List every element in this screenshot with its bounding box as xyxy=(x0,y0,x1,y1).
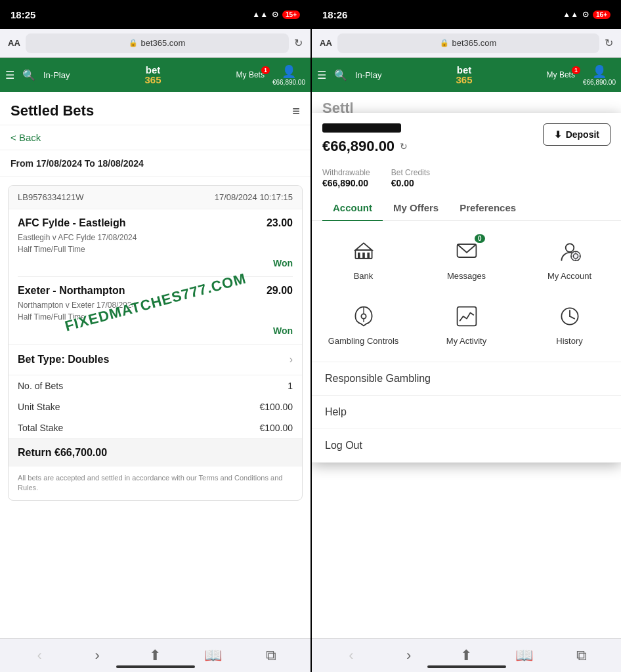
my-account-label: My Account xyxy=(547,271,591,281)
left-url-bar[interactable]: 🔒 bet365.com xyxy=(26,33,289,53)
logo-365: 365 xyxy=(145,75,161,85)
r-nav-search-icon[interactable]: 🔍 xyxy=(334,69,347,81)
deposit-button[interactable]: ⬇ Deposit xyxy=(543,123,610,146)
right-status-icons: ▲▲ ⊙ 16+ xyxy=(563,10,610,19)
balance-refresh-icon[interactable]: ↻ xyxy=(400,141,408,152)
in-play-btn[interactable]: In-Play xyxy=(43,70,70,80)
num-bets-label: No. of Bets xyxy=(18,381,63,391)
my-bets-button[interactable]: My Bets 1 xyxy=(236,70,265,79)
terms-text: All bets are accepted and settled in acc… xyxy=(9,467,302,500)
right-phone: 18:26 ▲▲ ⊙ 16+ AA 🔒 bet365.com ↻ ☰ 🔍 In-… xyxy=(310,0,621,672)
deposit-icon: ⬇ xyxy=(554,129,562,140)
my-activity-icon xyxy=(452,302,481,331)
bet-result-2: Won xyxy=(9,323,302,344)
nav-left: ☰ 🔍 In-Play xyxy=(5,69,70,81)
account-icon-grid: Bank 0 Messages xyxy=(312,221,621,362)
r-my-bets-badge: 1 xyxy=(572,66,580,74)
r-hamburger-icon[interactable]: ☰ xyxy=(317,69,326,81)
left-refresh-btn[interactable]: ↻ xyxy=(294,37,303,49)
r-in-play-btn[interactable]: In-Play xyxy=(355,70,381,80)
right-nav-bar: ☰ 🔍 In-Play bet 365 My Bets 1 👤 €66,890.… xyxy=(312,58,621,92)
my-account-icon xyxy=(555,237,584,266)
tab-account-label: Account xyxy=(333,202,372,213)
my-bets-label: My Bets xyxy=(236,70,265,79)
lock-icon: 🔒 xyxy=(129,39,138,47)
tab-my-offers-label: My Offers xyxy=(393,202,439,213)
bet-type-row[interactable]: Bet Type: Doubles › xyxy=(9,344,302,375)
forward-btn[interactable]: › xyxy=(84,647,110,664)
bet-credits-amount: €0.00 xyxy=(391,178,414,188)
r-my-bets-button[interactable]: My Bets 1 xyxy=(547,70,575,79)
right-aa[interactable]: AA xyxy=(320,38,332,48)
right-badge: 16+ xyxy=(593,10,610,19)
withdrawable-amount: €66,890.00 xyxy=(322,178,368,188)
menu-dots-icon[interactable]: ≡ xyxy=(292,104,300,119)
account-menu-list: Responsible Gambling Help Log Out xyxy=(312,362,621,463)
r-nav-logo: bet 365 xyxy=(456,65,473,85)
tab-account[interactable]: Account xyxy=(322,194,383,220)
r-nav-right: My Bets 1 👤 €66,890.00 xyxy=(547,64,616,86)
bank-label: Bank xyxy=(354,271,374,281)
logo-bet: bet xyxy=(146,65,161,75)
r-account-button[interactable]: 👤 €66,890.00 xyxy=(583,64,616,86)
gambling-controls-icon xyxy=(349,302,378,331)
left-phone: 18:25 ▲▲ ⊙ 15+ AA 🔒 bet365.com ↻ ☰ 🔍 In-… xyxy=(0,0,310,672)
right-url: bet365.com xyxy=(452,38,496,48)
total-stake-label: Total Stake xyxy=(18,423,63,433)
num-bets-value: 1 xyxy=(288,381,293,391)
nav-search-icon[interactable]: 🔍 xyxy=(22,69,35,81)
bet-match-row-1: AFC Fylde - Eastleigh 23.00 xyxy=(9,209,302,232)
left-page-content: Settled Bets ≡ < Back From 17/08/2024 To… xyxy=(0,92,310,509)
total-stake-row: Total Stake €100.00 xyxy=(9,417,302,438)
left-status-icons: ▲▲ ⊙ 15+ xyxy=(252,10,300,19)
menu-item-logout[interactable]: Log Out xyxy=(312,429,621,463)
bet-detail-1a: Eastlegih v AFC Fylde 17/08/2024 xyxy=(9,232,302,243)
deposit-label: Deposit xyxy=(566,129,599,140)
right-refresh-btn[interactable]: ↻ xyxy=(605,37,613,49)
svg-point-8 xyxy=(570,251,580,261)
tab-preferences[interactable]: Preferences xyxy=(449,194,526,220)
settled-title: Settled Bets xyxy=(11,102,94,119)
bet-card: LB9576334121W 17/08/2024 10:17:15 AFC Fy… xyxy=(8,185,303,501)
menu-item-help[interactable]: Help xyxy=(312,396,621,429)
grid-item-history[interactable]: History xyxy=(518,291,621,356)
svg-rect-17 xyxy=(457,307,476,326)
bookmarks-btn[interactable]: 📖 xyxy=(200,647,226,664)
bet-match-1: AFC Fylde - Eastleigh xyxy=(18,217,125,229)
left-time: 18:25 xyxy=(11,9,35,20)
nav-logo: bet 365 xyxy=(145,65,161,85)
unit-stake-label: Unit Stake xyxy=(18,402,60,412)
account-button[interactable]: 👤 €66,890.00 xyxy=(272,64,305,86)
back-btn[interactable]: ‹ xyxy=(26,647,53,664)
r-wifi-icon: ⊙ xyxy=(582,10,589,19)
hamburger-icon[interactable]: ☰ xyxy=(5,69,14,81)
right-status-bar: 18:26 ▲▲ ⊙ 16+ xyxy=(312,0,621,29)
home-indicator xyxy=(116,665,195,668)
menu-item-responsible-gambling[interactable]: Responsible Gambling xyxy=(312,362,621,396)
date-range: From 17/08/2024 To 18/08/2024 xyxy=(0,150,310,177)
bet-ref-row: LB9576334121W 17/08/2024 10:17:15 xyxy=(9,186,302,209)
right-time: 18:26 xyxy=(322,9,347,20)
grid-item-my-account[interactable]: My Account xyxy=(518,226,621,291)
svg-point-7 xyxy=(565,243,574,252)
left-aa[interactable]: AA xyxy=(8,38,20,48)
bet-match-2: Exeter - Northampton xyxy=(18,285,125,297)
history-label: History xyxy=(556,336,582,346)
tabs-btn[interactable]: ⧉ xyxy=(258,647,284,664)
svg-rect-3 xyxy=(367,253,370,259)
svg-rect-2 xyxy=(362,253,365,259)
bet-credits-item: Bet Credits €0.00 xyxy=(391,168,430,189)
bank-icon xyxy=(349,237,378,266)
grid-item-my-activity[interactable]: My Activity xyxy=(415,291,518,356)
left-nav-bar: ☰ 🔍 In-Play bet 365 My Bets 1 👤 €66,890.… xyxy=(0,58,310,92)
grid-item-bank[interactable]: Bank xyxy=(312,226,415,291)
wifi-icon: ⊙ xyxy=(272,10,278,19)
dropdown-tabs: Account My Offers Preferences xyxy=(312,194,621,221)
share-btn[interactable]: ⬆ xyxy=(142,647,168,664)
grid-item-messages[interactable]: 0 Messages xyxy=(415,226,518,291)
r-account-amount: €66,890.00 xyxy=(583,79,616,86)
tab-my-offers[interactable]: My Offers xyxy=(383,194,449,220)
grid-item-gambling-controls[interactable]: Gambling Controls xyxy=(312,291,415,356)
back-link[interactable]: < Back xyxy=(0,125,310,150)
right-url-bar[interactable]: 🔒 bet365.com xyxy=(337,33,599,53)
